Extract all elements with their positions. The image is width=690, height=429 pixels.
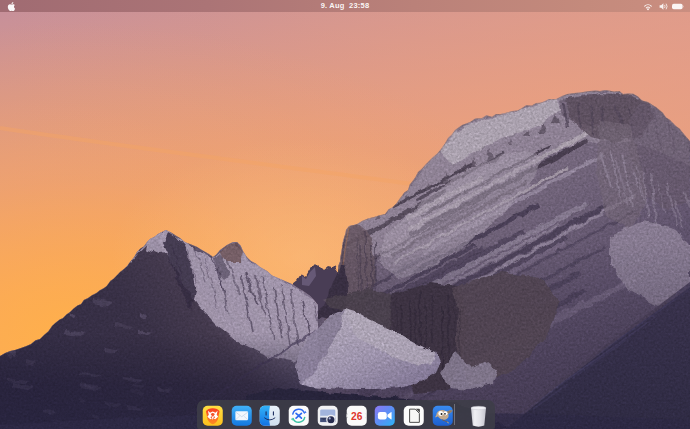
svg-text:26: 26 <box>351 410 363 421</box>
